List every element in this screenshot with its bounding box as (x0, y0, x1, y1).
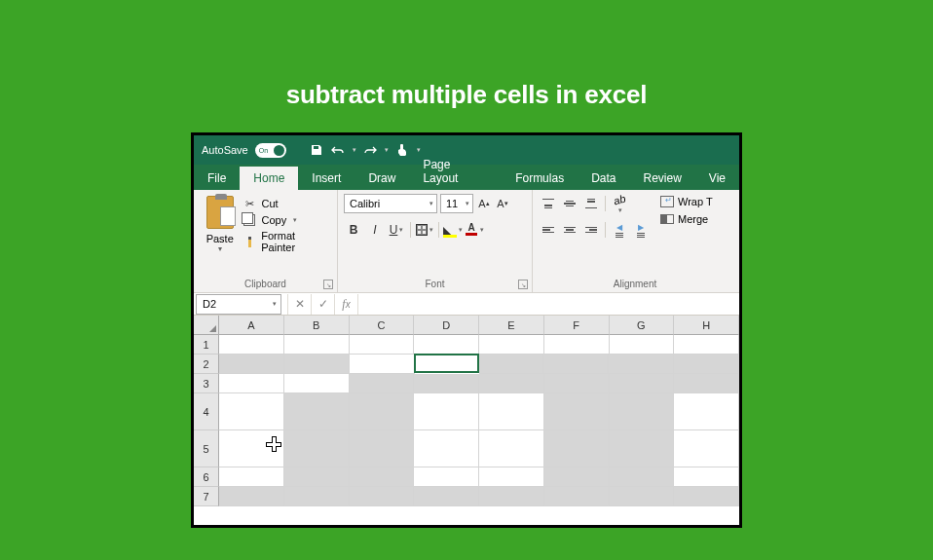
cell[interactable] (544, 430, 610, 467)
cell[interactable] (350, 430, 415, 467)
cell[interactable] (544, 374, 610, 393)
row-header-5[interactable]: 5 (194, 430, 219, 467)
align-middle-button[interactable] (560, 194, 579, 213)
decrease-font-button[interactable]: A▾ (495, 194, 510, 213)
insert-function-button[interactable]: fx (334, 294, 357, 315)
cell[interactable] (219, 487, 284, 506)
cell[interactable] (284, 355, 350, 374)
tab-insert[interactable]: Insert (298, 167, 355, 190)
cell[interactable] (414, 335, 479, 355)
cell[interactable] (284, 467, 350, 487)
merge-button[interactable]: Merge (660, 213, 713, 225)
cell[interactable] (219, 335, 284, 355)
increase-indent-button[interactable]: ▶ (631, 220, 651, 240)
row-header-2[interactable]: 2 (194, 355, 219, 374)
align-left-button[interactable] (539, 220, 558, 240)
cell[interactable] (610, 374, 675, 393)
copy-button[interactable]: Copy ▾ (243, 213, 331, 227)
cell[interactable] (414, 487, 479, 506)
formula-bar-input[interactable] (357, 294, 739, 315)
cell[interactable] (414, 393, 479, 430)
font-color-button[interactable]: A ▾ (465, 220, 484, 240)
tab-formulas[interactable]: Formulas (502, 167, 578, 190)
bold-button[interactable]: B (344, 220, 363, 240)
cell[interactable] (284, 393, 350, 430)
col-header-H[interactable]: H (674, 316, 739, 335)
decrease-indent-button[interactable]: ◀ (610, 220, 629, 240)
touch-mode-icon[interactable] (395, 143, 410, 158)
cell[interactable] (284, 430, 350, 467)
cell[interactable] (219, 467, 284, 487)
cell[interactable] (219, 374, 284, 393)
cell[interactable] (414, 430, 479, 467)
cell[interactable] (350, 393, 415, 430)
cell[interactable] (350, 335, 415, 355)
col-header-D[interactable]: D (414, 316, 479, 335)
cell[interactable] (610, 430, 675, 467)
cell[interactable] (284, 335, 350, 355)
font-size-combo[interactable]: 11 ▾ (440, 194, 473, 213)
col-header-F[interactable]: F (544, 316, 610, 335)
cell[interactable] (674, 487, 739, 506)
cell[interactable] (544, 335, 610, 355)
fill-color-button[interactable]: ◣ ▾ (443, 220, 463, 240)
tab-view[interactable]: Vie (695, 167, 739, 190)
row-header-7[interactable]: 7 (194, 487, 219, 506)
col-header-B[interactable]: B (284, 316, 350, 335)
cell[interactable] (674, 467, 739, 487)
tab-draw[interactable]: Draw (355, 167, 409, 190)
tab-review[interactable]: Review (630, 167, 695, 190)
col-header-G[interactable]: G (610, 316, 675, 335)
cell[interactable] (674, 430, 739, 467)
cell[interactable] (610, 393, 675, 430)
cell[interactable] (674, 374, 739, 393)
redo-icon[interactable] (363, 143, 378, 158)
align-center-button[interactable] (560, 220, 579, 240)
underline-button[interactable]: U▾ (387, 220, 406, 240)
align-bottom-button[interactable] (581, 194, 601, 213)
enter-formula-button[interactable]: ✓ (311, 294, 334, 315)
cut-button[interactable]: ✂ Cut (243, 197, 331, 210)
clipboard-dialog-launcher[interactable]: ↘ (323, 280, 333, 289)
undo-icon[interactable] (331, 143, 346, 158)
cell[interactable] (609, 355, 674, 374)
italic-button[interactable]: I (365, 220, 385, 240)
select-all-corner[interactable] (194, 316, 219, 335)
cell[interactable] (674, 393, 739, 430)
font-dialog-launcher[interactable]: ↘ (518, 280, 528, 289)
cell[interactable] (414, 374, 479, 393)
font-name-combo[interactable]: Calibri ▾ (344, 194, 437, 213)
cell[interactable] (414, 467, 479, 487)
cell[interactable] (479, 430, 544, 467)
col-header-C[interactable]: C (350, 316, 415, 335)
cancel-formula-button[interactable]: ✕ (287, 294, 311, 315)
wrap-text-button[interactable]: Wrap T (660, 196, 713, 207)
format-painter-button[interactable]: Format Painter (243, 230, 331, 253)
tab-file[interactable]: File (194, 167, 240, 190)
spreadsheet-grid[interactable]: A B C D E F G H 1 2 3 4 5 6 7 (194, 316, 739, 525)
align-right-button[interactable] (581, 220, 601, 240)
cell[interactable] (219, 393, 284, 430)
cell[interactable] (479, 355, 544, 374)
cell[interactable] (544, 467, 610, 487)
cell[interactable] (610, 467, 675, 487)
row-header-1[interactable]: 1 (194, 335, 219, 355)
cell[interactable] (610, 487, 675, 506)
cell[interactable] (350, 467, 415, 487)
cell[interactable] (479, 374, 544, 393)
cell[interactable] (350, 487, 415, 506)
cell[interactable] (479, 487, 544, 506)
cell-active[interactable] (414, 354, 479, 373)
save-icon[interactable] (310, 143, 324, 158)
tab-home[interactable]: Home (240, 167, 298, 190)
cell[interactable] (479, 335, 544, 355)
cell[interactable] (543, 355, 609, 374)
name-box[interactable]: D2 ▾ (196, 294, 281, 315)
cell[interactable] (610, 335, 675, 355)
cell[interactable] (350, 374, 415, 393)
orientation-button[interactable]: ab▾ (610, 194, 629, 213)
row-header-3[interactable]: 3 (194, 374, 219, 393)
cell[interactable] (544, 393, 610, 430)
increase-font-button[interactable]: A▴ (476, 194, 492, 213)
autosave-toggle[interactable]: On (255, 143, 286, 158)
